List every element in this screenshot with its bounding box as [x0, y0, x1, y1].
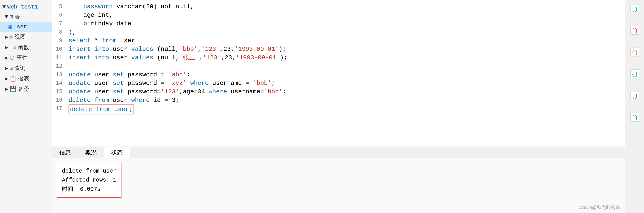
line-num-8: 8	[52, 28, 66, 36]
code-line-16: 16 delete from user where id = 3;	[52, 96, 625, 104]
event-icon: ⏱	[10, 54, 15, 61]
user-table-icon: ▦	[8, 24, 12, 30]
line-num-17: 17	[52, 104, 66, 113]
events-label: 事件	[16, 54, 28, 62]
tab-status[interactable]: 状态	[104, 146, 130, 158]
line-content-12	[66, 62, 625, 70]
line-content-9: select * from user	[66, 36, 625, 45]
code-line-8: 8 );	[52, 28, 625, 36]
line-num-13: 13	[52, 70, 66, 79]
line-content-6: age int,	[66, 11, 625, 20]
report-expand-icon: ▶	[5, 75, 8, 82]
bottom-panel: 信息 概况 状态 delete from user Affected rows:…	[52, 147, 625, 213]
line-content-10: insert into user values (null,'bbb','123…	[66, 45, 625, 54]
line-num-5: 5	[52, 2, 66, 11]
db-name-label: web_test1	[7, 4, 38, 10]
backups-label: 备份	[18, 85, 29, 93]
bottom-content: delete from user Affected rows: 1 时间: 0.…	[52, 158, 625, 213]
svg-text:{}: {}	[632, 6, 638, 12]
tab-overview[interactable]: 概况	[78, 146, 104, 158]
func-icon: fx	[10, 44, 16, 50]
sidebar-item-tables[interactable]: ▼ ⊞ 表	[0, 12, 52, 22]
views-label: 视图	[14, 33, 26, 41]
backup-expand-icon: ▶	[5, 86, 8, 92]
line-content-8: );	[66, 28, 625, 36]
code-editor[interactable]: 5 password varchar(20) not null, 6 age i…	[52, 0, 625, 147]
queries-label: 查询	[14, 64, 26, 72]
svg-text:{}: {}	[632, 72, 638, 77]
line-num-14: 14	[52, 79, 66, 88]
line-num-11: 11	[52, 54, 66, 62]
line-content-11: insert into user values (null,'张三','123'…	[66, 54, 625, 62]
line-content-15: update user set password='123',age=34 wh…	[66, 88, 625, 96]
event-expand-icon: ▶	[5, 54, 8, 61]
line-content-7: birthday date	[66, 20, 625, 28]
line-content-17: delete from user;	[66, 104, 625, 114]
report-icon: 📋	[10, 75, 16, 82]
sidebar-item-views[interactable]: ▶ ▣ 视图	[0, 32, 52, 42]
user-table-label: user	[13, 24, 27, 30]
sidebar-item-reports[interactable]: ▶ 📋 报表	[0, 73, 52, 84]
watermark: CSDN@秋之叶落殊	[578, 204, 620, 211]
db-expand-icon: ▼	[2, 4, 6, 10]
sidebar-item-backups[interactable]: ▶ 💾 备份	[0, 84, 52, 94]
sidebar-item-user[interactable]: ▦ user	[0, 22, 52, 32]
right-icon-3[interactable]: {}	[629, 46, 641, 58]
view-icon: ▣	[10, 34, 13, 40]
code-line-13: 13 update user set password = 'abc';	[52, 70, 625, 79]
line-num-7: 7	[52, 20, 66, 28]
view-expand-icon: ▶	[5, 34, 8, 40]
code-line-17: 17 delete from user;	[52, 104, 625, 114]
query-icon: ⊡	[10, 65, 13, 72]
result-line-1: delete from user	[62, 167, 116, 176]
line-content-13: update user set password = 'abc';	[66, 70, 625, 79]
svg-text:{}: {}	[632, 50, 638, 56]
line-content-5: password varchar(20) not null,	[66, 2, 625, 11]
sidebar: ▼ web_test1 ▼ ⊞ 表 ▦ user ▶ ▣ 视图 ▶ fx 函数 …	[0, 0, 52, 213]
code-line-7: 7 birthday date	[52, 20, 625, 28]
result-line-2: Affected rows: 1	[62, 176, 116, 185]
right-panel: {} {} {} {} {} {}	[625, 0, 644, 213]
functions-label: 函数	[18, 44, 29, 51]
result-box: delete from user Affected rows: 1 时间: 0.…	[57, 163, 122, 198]
tables-label: 表	[14, 13, 20, 20]
code-line-12: 12	[52, 62, 625, 70]
result-line-3: 时间: 0.007s	[62, 185, 116, 194]
right-icon-5[interactable]: {}	[629, 89, 641, 102]
tab-info[interactable]: 信息	[52, 146, 78, 158]
line-num-6: 6	[52, 11, 66, 20]
right-icon-4[interactable]: {}	[629, 68, 641, 80]
right-icon-1[interactable]: {}	[629, 2, 641, 15]
bottom-tabs: 信息 概况 状态	[52, 147, 625, 158]
line-content-14: update user set password = 'xyz' where u…	[66, 79, 625, 88]
sidebar-item-events[interactable]: ▶ ⏱ 事件	[0, 52, 52, 63]
code-line-11: 11 insert into user values (null,'张三','1…	[52, 54, 625, 62]
reports-label: 报表	[18, 75, 29, 82]
main-area: 5 password varchar(20) not null, 6 age i…	[52, 0, 625, 213]
line-num-15: 15	[52, 88, 66, 96]
code-line-5: 5 password varchar(20) not null,	[52, 2, 625, 11]
svg-text:{}: {}	[632, 93, 638, 99]
code-line-9: 9 select * from user	[52, 36, 625, 45]
line-content-16: delete from user where id = 3;	[66, 96, 625, 104]
code-line-6: 6 age int,	[52, 11, 625, 20]
right-icon-2[interactable]: {}	[629, 24, 641, 36]
line-num-10: 10	[52, 45, 66, 54]
right-icon-6[interactable]: {}	[629, 111, 641, 124]
svg-text:{}: {}	[632, 28, 638, 34]
sidebar-item-queries[interactable]: ▶ ⊡ 查询	[0, 63, 52, 73]
sidebar-item-functions[interactable]: ▶ fx 函数	[0, 42, 52, 52]
func-expand-icon: ▶	[5, 44, 8, 51]
svg-text:{}: {}	[632, 115, 638, 121]
table-expand-icon: ▼	[5, 14, 8, 20]
code-line-14: 14 update user set password = 'xyz' wher…	[52, 79, 625, 88]
line-num-12: 12	[52, 62, 66, 70]
query-expand-icon: ▶	[5, 65, 8, 72]
code-line-15: 15 update user set password='123',age=34…	[52, 88, 625, 96]
backup-icon: 💾	[10, 86, 16, 92]
line-num-16: 16	[52, 96, 66, 104]
line-num-9: 9	[52, 36, 66, 45]
table-grid-icon: ⊞	[10, 14, 13, 20]
db-name[interactable]: ▼ web_test1	[0, 2, 52, 12]
code-line-10: 10 insert into user values (null,'bbb','…	[52, 45, 625, 54]
